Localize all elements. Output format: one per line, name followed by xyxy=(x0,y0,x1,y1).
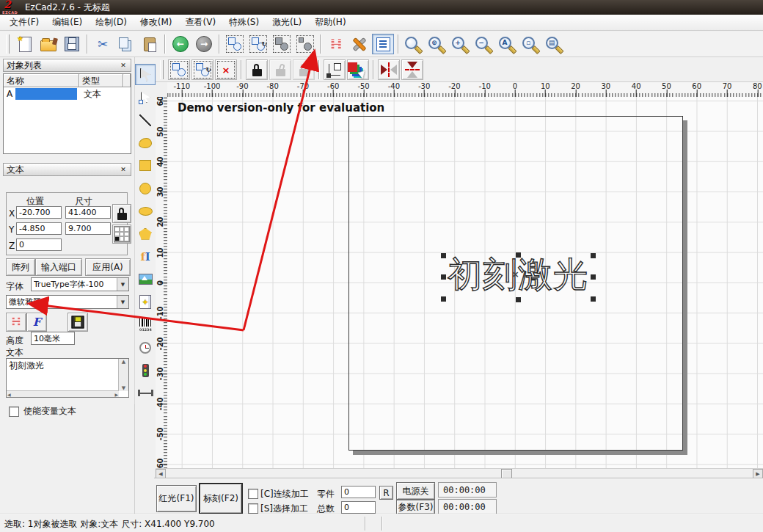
height-input[interactable]: 10毫米 xyxy=(31,332,75,345)
ellipse-button[interactable] xyxy=(135,200,156,222)
menu-item-7[interactable]: 激光(L) xyxy=(266,15,308,30)
apply-button[interactable]: 应用(A) xyxy=(85,258,131,276)
save-button[interactable] xyxy=(61,34,83,54)
mark-button[interactable]: 标刻(F2) xyxy=(199,483,243,514)
redo-button[interactable]: → xyxy=(193,34,215,54)
anchor-grid-button[interactable] xyxy=(112,225,131,244)
paste-button[interactable] xyxy=(139,34,161,54)
pick-param-3-button[interactable] xyxy=(271,34,293,54)
scroll-down-icon[interactable]: ▼ xyxy=(122,385,125,391)
rectangle-button[interactable] xyxy=(135,155,156,176)
y-size-input[interactable]: 9.700 xyxy=(65,222,111,235)
pick-rotate-button[interactable]: ↻ xyxy=(191,59,213,80)
hatch-button[interactable]: H xyxy=(325,34,347,54)
object-row[interactable]: A 文本 xyxy=(4,87,131,101)
bitmap-button[interactable] xyxy=(135,269,156,290)
select-mark-checkbox[interactable] xyxy=(248,503,258,514)
chevron-down-icon[interactable]: ▼ xyxy=(117,296,128,308)
menu-item-4[interactable]: 修改(M) xyxy=(134,15,179,30)
mirror-vertical-button[interactable] xyxy=(401,59,423,80)
scroll-up-icon[interactable]: ▲ xyxy=(122,359,125,365)
font-style-button[interactable]: F xyxy=(26,313,47,332)
z-position-input[interactable]: 0 xyxy=(16,238,62,251)
barcode-button[interactable]: 01234 xyxy=(135,314,156,335)
zoom-in-button[interactable]: + xyxy=(450,34,472,54)
scrollbar-thumb[interactable] xyxy=(501,469,512,478)
zoom-normal-button[interactable] xyxy=(403,34,425,54)
pick-param-2-button[interactable]: ↻ xyxy=(247,34,269,54)
object-color-button[interactable] xyxy=(347,59,369,80)
chevron-down-icon[interactable]: ▼ xyxy=(117,278,128,291)
object-list-toggle-button[interactable] xyxy=(372,34,394,54)
select-button[interactable] xyxy=(135,64,156,85)
put-to-origin-button[interactable] xyxy=(324,59,346,80)
selection-handle[interactable] xyxy=(441,274,446,280)
selection-handle[interactable] xyxy=(591,274,596,280)
zoom-all-button[interactable]: A xyxy=(497,34,519,54)
mirror-horizontal-button[interactable] xyxy=(378,59,400,80)
scroll-right-icon[interactable]: ▶ xyxy=(114,392,118,397)
pick-object-button[interactable] xyxy=(168,59,190,80)
selection-handle[interactable] xyxy=(516,252,521,258)
param-button[interactable]: 参数(F3) xyxy=(396,500,435,514)
scroll-left-icon[interactable]: ◀ xyxy=(156,469,166,478)
title-bar[interactable]: 2 EZCAD EzCad2.7.6 - 无标题 xyxy=(0,0,763,15)
zoom-page-button[interactable]: ▤ xyxy=(544,34,566,54)
x-position-input[interactable]: -20.700 xyxy=(16,206,62,219)
scroll-left-icon[interactable]: ◀ xyxy=(7,392,11,397)
selection-handle[interactable] xyxy=(591,253,596,258)
menu-item-1[interactable]: 文件(F) xyxy=(3,15,45,30)
column-name[interactable]: 名称 xyxy=(4,74,79,87)
lock-aspect-button[interactable] xyxy=(112,204,131,223)
menu-item-8[interactable]: 帮助(H) xyxy=(308,15,352,30)
system-tools-button[interactable] xyxy=(348,34,370,54)
font-type-dropdown[interactable]: TrueType字体-100 ▼ xyxy=(31,277,129,291)
copy-button[interactable] xyxy=(115,34,137,54)
text-button[interactable]: fI xyxy=(135,246,156,267)
hatch-text-button[interactable]: H xyxy=(6,313,26,332)
selection-handle[interactable] xyxy=(516,297,521,302)
selection-handle[interactable] xyxy=(441,253,446,258)
polygon-button[interactable] xyxy=(135,223,156,244)
reset-count-button[interactable]: R xyxy=(379,486,393,500)
zoom-out-button[interactable]: − xyxy=(473,34,495,54)
line-button[interactable] xyxy=(135,109,156,131)
lock-button[interactable] xyxy=(246,59,268,80)
pick-delete-button[interactable]: × xyxy=(215,59,237,80)
input-port-button[interactable]: 输入端口 xyxy=(35,258,82,276)
unlock-button[interactable] xyxy=(269,59,291,80)
power-button[interactable]: 电源关 xyxy=(396,482,435,500)
curve-button[interactable] xyxy=(135,132,156,153)
new-button[interactable]: ★ xyxy=(14,34,36,54)
enable-variable-text-checkbox[interactable] xyxy=(9,407,19,417)
red-light-button[interactable]: 红光(F1) xyxy=(156,485,197,512)
part-count-input[interactable]: 0 xyxy=(341,486,376,498)
scroll-right-icon[interactable]: ▶ xyxy=(753,469,763,478)
menu-item-5[interactable]: 查看(V) xyxy=(179,15,223,30)
menu-item-3[interactable]: 绘制(D) xyxy=(89,15,134,30)
selection-handle[interactable] xyxy=(591,296,596,302)
column-type[interactable]: 类型 xyxy=(79,74,123,87)
menu-item-6[interactable]: 特殊(S) xyxy=(222,15,266,30)
undo-button[interactable]: ← xyxy=(169,34,191,54)
text-content-area[interactable]: 初刻激光 ▲ ▼ ◀ ▶ xyxy=(6,358,129,398)
canvas-h-scrollbar[interactable]: ◀ ▶ xyxy=(156,468,763,479)
unlock-all-button[interactable] xyxy=(293,59,315,80)
x-size-input[interactable]: 41.400 xyxy=(65,206,111,219)
zoom-move-button[interactable]: ⊕ xyxy=(426,34,448,54)
vertical-scrollbar[interactable]: ▲ ▼ xyxy=(118,359,128,391)
close-icon[interactable]: ✕ xyxy=(119,166,128,173)
horizontal-scrollbar[interactable]: ◀ ▶ xyxy=(7,390,119,397)
array-button[interactable]: 阵列 xyxy=(6,258,35,276)
cut-button[interactable]: ✂ xyxy=(92,34,114,54)
close-icon[interactable]: ✕ xyxy=(119,62,128,69)
open-button[interactable] xyxy=(37,34,59,54)
object-list[interactable]: 名称 类型 A 文本 xyxy=(3,73,131,154)
save-font-params-button[interactable] xyxy=(67,313,88,332)
extend-axis-button[interactable] xyxy=(135,382,156,404)
zoom-selected-button[interactable]: ▫ xyxy=(520,34,542,54)
work-canvas[interactable]: Demo version-only for evaluation 初刻激光 × xyxy=(167,97,763,468)
vector-file-button[interactable]: ✦ xyxy=(135,291,156,313)
io-control-button[interactable] xyxy=(135,360,156,381)
timer-button[interactable] xyxy=(135,337,156,358)
